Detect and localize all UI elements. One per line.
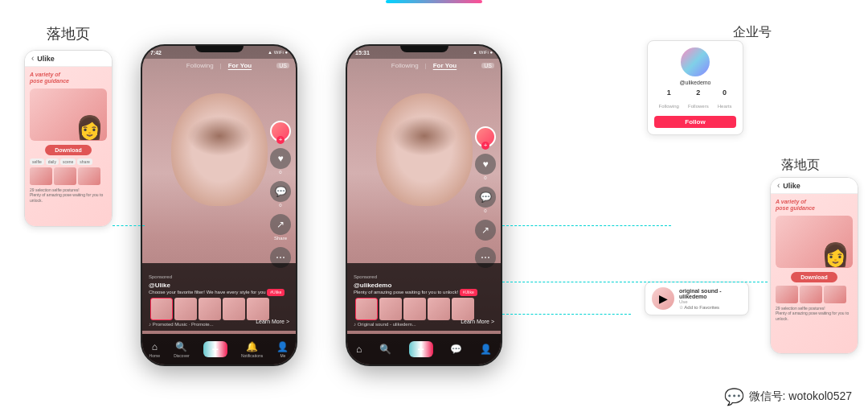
nav-create-right[interactable]: + [409,341,433,357]
wechat-icon: 💬 [724,387,744,406]
nav-us-right[interactable]: US [481,63,494,68]
home-icon: ⌂ [152,341,158,352]
heart-icon-right[interactable]: ♥ [475,154,496,175]
comment-icon-right[interactable]: 💬 [475,187,496,208]
nav-following[interactable]: Following [186,62,214,69]
tag-share: share [77,159,92,165]
bottom-nav-right: ⌂ 🔍 + 💬 👤 [347,334,501,365]
nav-for-you-right[interactable]: For You [433,62,457,69]
left-landing-section: 落地页 ‹ Ulike A variety of pose guidance D… [24,24,113,227]
ad-headline: A variety of pose guidance [30,72,107,85]
ad-description-right: Plenty of amazing pose waiting for you t… [354,289,494,296]
nav-for-you[interactable]: For You [228,62,252,69]
phone-left-main: 7:42 ▲ WiFi ● Following | For You US ♥ 0… [141,44,297,366]
like-count-right: 0 [484,175,486,180]
right-sub-img-3 [824,286,846,303]
right-download-button[interactable]: Download [791,272,837,282]
thumb-r2[interactable] [379,298,402,320]
notch [195,46,244,52]
nav-following-right[interactable]: Following [391,62,419,69]
thumb-r5[interactable] [452,298,474,320]
right-app-name: Ulike [783,182,800,190]
connector-4 [502,282,768,282]
ad-username-right[interactable]: @ulikedemo [354,282,494,289]
thumb-r4[interactable] [428,298,450,320]
nav-me[interactable]: 👤 Me [276,341,289,358]
nav-create[interactable]: + [203,341,227,357]
thumb-2[interactable] [174,298,197,320]
ad-tag-right[interactable]: #Ulike [460,289,477,296]
nav-home-right[interactable]: ⌂ [356,344,362,355]
share-button[interactable]: ↗ Share [270,214,291,241]
home-icon-right: ⌂ [356,344,362,355]
thumb-5[interactable] [247,298,269,320]
right-ad-content: A variety of pose guidance Download 29 s… [771,194,858,354]
download-button[interactable]: Download [45,145,92,155]
nav-home[interactable]: ⌂ Home [149,341,160,358]
connector-2 [502,225,671,226]
learn-more-right[interactable]: Learn More > [461,319,494,324]
hearts-label: Hearts [718,104,732,109]
nav-me-right[interactable]: 👤 [480,344,492,355]
left-landing-label: 落地页 [47,24,90,43]
sub-img-2 [54,167,76,185]
search-icon: 🔍 [175,341,187,352]
heart-icon[interactable]: ♥ [270,148,291,169]
app-name-label: Ulike [37,55,55,63]
right-sub-images [776,286,853,303]
creator-avatar-right[interactable] [475,126,496,147]
nav-search-right[interactable]: 🔍 [379,344,391,355]
right-sub-img-1 [776,286,798,303]
followers-num: 2 [688,89,709,97]
follow-button[interactable]: Follow [654,116,736,128]
hearts-num: 0 [718,89,732,97]
thumb-3[interactable] [199,298,221,320]
ad-banner-right: Sponsored @ulikedemo Plenty of amazing p… [347,263,501,331]
share-icon-right[interactable]: ↗ [475,220,496,241]
share-icon[interactable]: ↗ [270,214,291,235]
like-button[interactable]: ♥ 0 [270,148,291,175]
nav-msg-right[interactable]: 💬 [450,344,462,355]
ad-tag[interactable]: #Ulike [267,289,285,296]
nav-discover[interactable]: 🔍 Discover [174,341,189,358]
message-icon-right: 💬 [450,344,462,355]
sound-title: original sound - ulikedemo [679,288,742,299]
ad-image [30,89,107,141]
ad-username[interactable]: @Ulike [149,282,289,289]
enterprise-username: @ulikedemo [654,80,736,85]
enterprise-card: @ulikedemo 1 Following 2 Followers 0 Hea… [647,40,743,135]
comment-button-right[interactable]: 💬 0 [475,187,496,213]
tag-daily: daily [46,159,59,165]
enterprise-label: 企业号 [733,24,772,41]
right-ad-image [776,216,853,268]
nav-notifications[interactable]: 🔔 Notifications [241,341,263,358]
phone-right-main: 15:31 ▲ WiFi ● Following | For You US ♥ … [346,44,502,366]
profile-icon-right: 👤 [480,344,492,355]
wechat-text: 微信号: wotokol0527 [749,389,852,404]
comment-icon[interactable]: 💬 [270,181,291,202]
creator-avatar[interactable] [270,121,291,142]
share-button-right[interactable]: ↗ [475,220,496,241]
status-icons-right: ▲ WiFi ● [473,50,493,55]
tag-scene: scene [60,159,76,165]
sub-img-1 [30,167,52,185]
add-to-favorites[interactable]: ☆ Add to Favorites [679,304,742,310]
share-label: Share [274,236,287,241]
like-button-right[interactable]: ♥ 0 [475,154,496,180]
phone-header: ‹ Ulike [25,51,112,67]
nav-us[interactable]: US [276,63,289,68]
bottom-nav: ⌂ Home 🔍 Discover + 🔔 Notifications 👤 Me [142,334,296,365]
sound-card: ▶ original sound - ulikedemo Use ☆ Add t… [645,282,749,315]
right-phone-header: ‹ Ulike [771,178,858,194]
like-count: 0 [279,170,281,175]
thumb-1[interactable] [150,298,173,320]
sponsored-label-right: Sponsored [354,274,377,279]
thumb-4[interactable] [223,298,245,320]
thumb-r1[interactable] [355,298,378,320]
thumb-r3[interactable] [403,298,426,320]
comment-button[interactable]: 💬 0 [270,181,291,208]
learn-more-button[interactable]: Learn More > [256,319,289,324]
right-sub-img-2 [800,286,822,303]
time-display: 7:42 [150,50,162,56]
comment-count-right: 0 [484,208,486,213]
